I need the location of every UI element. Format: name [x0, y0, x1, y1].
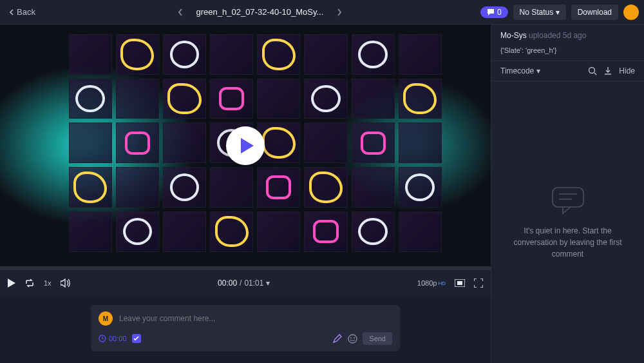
comment-count-pill[interactable]: 0 [480, 6, 508, 18]
clock-icon [99, 335, 106, 342]
chevron-right-icon [336, 8, 343, 17]
comment-input[interactable] [119, 314, 392, 323]
timecode-toggle[interactable] [132, 334, 141, 343]
video-viewport[interactable] [0, 25, 491, 266]
time-display: 00:00 / 01:01 ▾ [80, 279, 408, 288]
emoji-button[interactable] [348, 334, 357, 344]
loop-button[interactable] [24, 279, 35, 288]
comment-composer: M 00:00 [91, 305, 400, 351]
timecode-chip[interactable]: 00:00 [99, 335, 127, 342]
quality-selector[interactable]: 1080p HD [417, 279, 446, 287]
send-button[interactable]: Send [363, 332, 392, 345]
play-button[interactable] [8, 279, 15, 288]
scrubber[interactable] [0, 266, 491, 270]
comments-empty-state: It's quiet in here. Start the conversati… [491, 81, 644, 363]
left-pane: 1x 00:00 / 01:01 ▾ 1080p HD [0, 25, 491, 363]
emoji-icon [348, 334, 357, 344]
asset-meta: Mo-Sys uploaded 5d ago {'Slate': 'green_… [491, 25, 644, 61]
status-label: No Status [520, 8, 554, 17]
timecode-value: 00:00 [109, 335, 127, 342]
hide-panel-button[interactable]: Hide [619, 66, 635, 75]
prev-asset-button[interactable] [175, 5, 186, 19]
svg-point-3 [348, 335, 357, 343]
speech-bubble-icon [550, 185, 586, 216]
sort-dropdown[interactable]: Timecode ▾ [500, 66, 540, 75]
theater-mode-button[interactable] [455, 279, 465, 287]
filename[interactable]: green_h_02_07-32-40-10_MoSy... [196, 7, 324, 17]
svg-rect-1 [457, 281, 462, 285]
speed-button[interactable]: 1x [44, 279, 52, 287]
fullscreen-button[interactable] [474, 279, 483, 288]
main: 1x 00:00 / 01:01 ▾ 1080p HD [0, 25, 644, 363]
check-icon [133, 336, 139, 341]
play-icon [240, 138, 254, 153]
time-separator: / [240, 279, 242, 288]
uploader-name: Mo-Sys [500, 31, 527, 40]
composer-avatar: M [99, 311, 113, 326]
right-panel: Mo-Sys uploaded 5d ago {'Slate': 'green_… [491, 25, 644, 363]
comment-icon [487, 8, 495, 16]
quality-label: 1080p [417, 279, 437, 287]
theater-icon [455, 279, 465, 287]
svg-rect-7 [553, 188, 583, 207]
chevron-left-icon [9, 9, 14, 15]
user-avatar[interactable] [623, 5, 639, 20]
download-comments-button[interactable] [603, 66, 612, 75]
fullscreen-icon [474, 279, 483, 288]
time-total: 01:01 [244, 279, 263, 288]
sort-label: Timecode [500, 66, 534, 75]
slate-text: {'Slate': 'green_h'} [500, 46, 635, 54]
topbar-right: 0 No Status ▾ Download [480, 5, 639, 20]
caret-down-icon[interactable]: ▾ [266, 279, 270, 288]
player-controls: 1x 00:00 / 01:01 ▾ 1080p HD [0, 270, 491, 296]
caret-down-icon: ▾ [536, 66, 540, 75]
back-button[interactable]: Back [5, 5, 39, 19]
uploaded-verb-text: uploaded [529, 31, 560, 40]
play-overlay-button[interactable] [226, 126, 265, 165]
comments-toolbar: Timecode ▾ Hide [491, 61, 644, 81]
pencil-icon [332, 333, 343, 344]
search-comments-button[interactable] [588, 66, 597, 75]
empty-state-text: It's quiet in here. Start the conversati… [503, 225, 632, 260]
comment-count: 0 [497, 8, 502, 17]
composer-row-actions: 00:00 Send [99, 332, 392, 345]
back-label: Back [17, 7, 35, 17]
uploaded-ago: 5d ago [563, 31, 587, 40]
svg-point-5 [354, 337, 355, 338]
composer-wrap: M 00:00 [0, 296, 491, 363]
volume-icon [61, 279, 71, 288]
topbar: Back green_h_02_07-32-40-10_MoSy... 0 No… [0, 0, 644, 25]
caret-down-icon: ▾ [553, 8, 559, 17]
svg-point-4 [350, 337, 352, 338]
loop-icon [24, 279, 35, 288]
next-asset-button[interactable] [334, 5, 345, 19]
nav-center: green_h_02_07-32-40-10_MoSy... [44, 5, 475, 19]
download-icon [603, 66, 612, 75]
status-dropdown[interactable]: No Status ▾ [513, 5, 566, 20]
volume-button[interactable] [61, 279, 71, 288]
svg-point-6 [589, 68, 595, 74]
annotation-draw-button[interactable] [332, 333, 343, 344]
download-button[interactable]: Download [571, 5, 618, 20]
chevron-left-icon [177, 8, 184, 17]
quality-badge: HD [438, 280, 446, 286]
play-icon [8, 279, 15, 288]
composer-row-input: M [99, 311, 392, 326]
time-current: 00:00 [218, 279, 237, 288]
search-icon [588, 66, 597, 75]
